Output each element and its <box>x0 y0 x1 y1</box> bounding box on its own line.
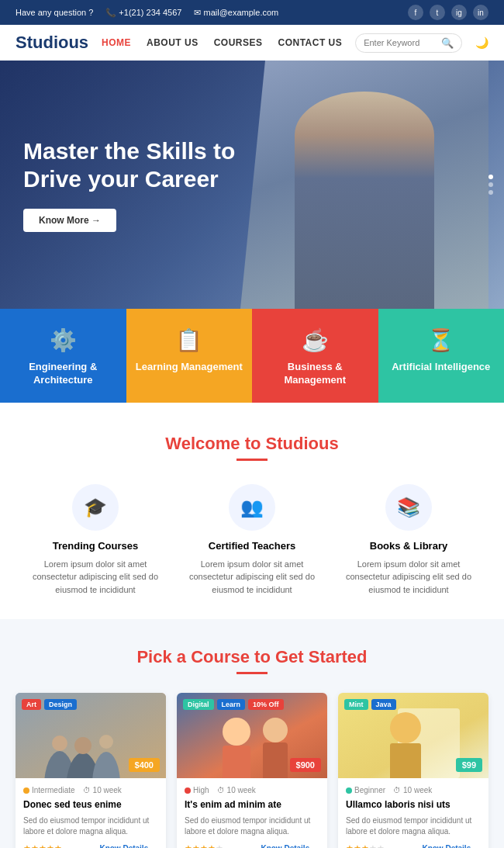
svg-point-10 <box>263 718 288 742</box>
twitter-icon[interactable]: t <box>430 5 445 20</box>
course-1-meta: Intermediate ⏱ 10 week <box>23 786 158 794</box>
course-2-desc: Sed do eiusmod tempor incididunt ut labo… <box>185 815 319 837</box>
course-1-duration: ⏱ 10 week <box>83 786 122 794</box>
feature-books: 📚 Books & Library Lorem ipsum dolor sit … <box>337 484 481 597</box>
slider-dot-1[interactable] <box>488 175 493 179</box>
category-learning[interactable]: 📋 Learning Management <box>126 309 253 403</box>
hero-image <box>240 61 488 309</box>
courses-section: Pick a Course to Get Started <box>0 619 504 848</box>
top-bar-right: f t ig in <box>408 5 488 20</box>
svg-point-8 <box>223 718 250 746</box>
slider-dot-2[interactable] <box>488 182 493 187</box>
course-image-1: Art Design $400 <box>16 693 166 778</box>
courses-divider <box>236 672 268 674</box>
course-3-price: $99 <box>456 758 482 772</box>
email-text: ✉ mail@example.com <box>194 8 278 18</box>
course-3-footer: ★★★★★ Know Details → <box>346 843 481 848</box>
course-2-level: High <box>185 786 209 794</box>
courses-grid: Art Design $400 Intermediate ⏱ 10 week D <box>16 693 488 848</box>
course-2-footer: ★★★★★ Know Details → <box>185 843 319 848</box>
hero-title: Master the Skills to Drive your Career <box>23 137 240 193</box>
course-3-level: Beginner <box>346 786 385 794</box>
course-1-tags: Art Design <box>22 699 77 710</box>
course-1-desc: Sed do eiusmod tempor incididunt ut labo… <box>23 815 158 837</box>
dark-mode-toggle[interactable]: 🌙 <box>475 36 488 49</box>
teachers-title: Certified Teachers <box>180 540 324 552</box>
svg-rect-11 <box>263 742 288 778</box>
search-icon[interactable]: 🔍 <box>441 37 454 49</box>
svg-rect-9 <box>223 746 250 778</box>
clock-icon-3: ⏱ <box>393 786 401 794</box>
tag-mint: Mint <box>344 699 368 710</box>
instagram-icon[interactable]: ig <box>451 5 467 20</box>
books-desc: Lorem ipsum dolor sit amet consectetur a… <box>337 558 481 597</box>
course-image-2: Digital Learn 10% Off $900 <box>177 693 327 778</box>
course-1-price: $400 <box>129 758 160 772</box>
course-3-title: Ullamco laboris nisi uts <box>346 799 481 812</box>
level-dot-1 <box>23 787 29 794</box>
search-box[interactable]: 🔍 <box>355 33 462 53</box>
nav-links: HOME ABOUT US COURSES CONTACT US <box>102 37 342 48</box>
search-input[interactable] <box>364 38 441 47</box>
ai-icon: ⏳ <box>427 327 454 353</box>
welcome-title: Welcome to Studious <box>16 434 488 454</box>
welcome-prefix: Welcome to <box>165 434 265 453</box>
welcome-brand: Studious <box>266 434 339 453</box>
features-grid: 🎓 Trending Courses Lorem ipsum dolor sit… <box>16 484 488 597</box>
question-text: Have any question ? <box>16 8 93 17</box>
svg-point-5 <box>74 737 91 754</box>
engineering-icon: ⚙️ <box>50 327 77 353</box>
category-ai[interactable]: ⏳ Artificial Intelligence <box>378 309 505 403</box>
course-card-3: Mint Java $99 Beginner ⏱ 10 week Ullamco <box>338 693 488 848</box>
learning-label: Learning Management <box>136 361 243 374</box>
hero-slider-dots <box>488 175 493 195</box>
course-1-footer: ★★★★★ Know Details → <box>23 843 158 848</box>
courses-prefix: Pick a Course to <box>136 647 275 666</box>
course-3-meta: Beginner ⏱ 10 week <box>346 786 481 794</box>
slider-dot-3[interactable] <box>488 190 493 195</box>
nav-contact[interactable]: CONTACT US <box>278 37 342 48</box>
hero-section: Master the Skills to Drive your Career K… <box>0 61 504 309</box>
clock-icon-1: ⏱ <box>83 786 91 794</box>
course-card-2: Digital Learn 10% Off $900 High ⏱ 10 wee… <box>177 693 327 848</box>
course-1-link[interactable]: Know Details → <box>99 844 158 848</box>
course-1-stars: ★★★★★ <box>23 843 62 848</box>
top-bar-left: Have any question ? 📞 +1(21) 234 4567 ✉ … <box>16 8 278 18</box>
course-2-link[interactable]: Know Details → <box>261 844 319 848</box>
nav-home[interactable]: HOME <box>102 37 131 48</box>
category-engineering[interactable]: ⚙️ Engineering & Architecture <box>0 309 126 403</box>
nav-about[interactable]: ABOUT US <box>147 37 198 48</box>
teachers-icon: 👥 <box>229 484 275 531</box>
course-3-body: Beginner ⏱ 10 week Ullamco laboris nisi … <box>338 778 488 848</box>
linkedin-icon[interactable]: in <box>473 5 488 20</box>
course-3-stars: ★★★★★ <box>346 843 385 848</box>
navbar: Studious HOME ABOUT US COURSES CONTACT U… <box>0 25 504 61</box>
course-3-duration: ⏱ 10 week <box>393 786 432 794</box>
category-business[interactable]: ☕ Business & Management <box>252 309 378 403</box>
svg-point-14 <box>390 712 421 743</box>
course-1-body: Intermediate ⏱ 10 week Donec sed teus en… <box>16 778 166 848</box>
course-2-meta: High ⏱ 10 week <box>185 786 319 794</box>
level-dot-3 <box>346 787 352 794</box>
tag-digital: Digital <box>183 699 214 710</box>
course-2-body: High ⏱ 10 week It's enim ad minim ate Se… <box>177 778 327 848</box>
course-card-1: Art Design $400 Intermediate ⏱ 10 week D <box>16 693 166 848</box>
hero-cta-button[interactable]: Know More → <box>23 209 116 232</box>
phone-text: 📞 +1(21) 234 4567 <box>105 8 181 18</box>
course-2-tags: Digital Learn 10% Off <box>183 699 284 710</box>
learning-icon: 📋 <box>175 327 202 353</box>
course-2-price: $900 <box>290 758 321 772</box>
feature-teachers: 👥 Certified Teachers Lorem ipsum dolor s… <box>180 484 324 597</box>
facebook-icon[interactable]: f <box>408 5 423 20</box>
level-dot-2 <box>185 787 191 794</box>
course-3-link[interactable]: Know Details → <box>422 844 481 848</box>
top-bar: Have any question ? 📞 +1(21) 234 4567 ✉ … <box>0 0 504 25</box>
nav-courses[interactable]: COURSES <box>214 37 263 48</box>
categories-section: ⚙️ Engineering & Architecture 📋 Learning… <box>0 309 504 403</box>
course-image-3: Mint Java $99 <box>338 693 488 778</box>
business-icon: ☕ <box>302 327 329 353</box>
course-2-duration: ⏱ 10 week <box>217 786 256 794</box>
trending-icon: 🎓 <box>72 484 119 531</box>
tag-art: Art <box>22 699 41 710</box>
svg-point-4 <box>52 736 67 751</box>
